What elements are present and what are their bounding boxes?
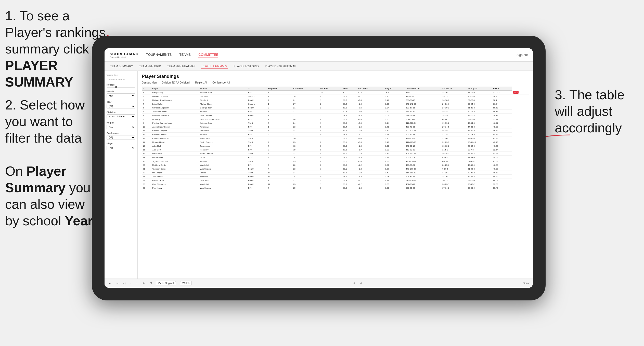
- table-cell: 1: [267, 110, 292, 114]
- sidebar: Update time: 27/03/2024 16:56:26 No Rds.…: [105, 71, 138, 279]
- table-row[interactable]: 8Mats EgeEast Tennessee StateFifth124268…: [142, 117, 529, 121]
- sign-out-link[interactable]: Sign out: [517, 53, 528, 57]
- table-cell: Washington: [199, 186, 247, 190]
- nav-teams[interactable]: TEAMS: [179, 52, 191, 58]
- table-row[interactable]: 13Phichakun MaichonTexas A&MThird630169.…: [142, 136, 529, 140]
- table-row[interactable]: 5Christo LamprechtGeorgia TechFourth2212…: [142, 106, 529, 110]
- undo-btn[interactable]: ↩: [108, 281, 113, 285]
- division-select[interactable]: NCAA Division I: [107, 114, 135, 119]
- table-cell: 58.18: [492, 110, 512, 114]
- download-btn[interactable]: ⬇: [352, 281, 357, 285]
- table-row[interactable]: 10Jacob Skov OlesenArkansasFifth123068.4…: [142, 125, 529, 129]
- table-row[interactable]: 23Jack LundinMissouriFourth1124068.6-2.3…: [142, 175, 529, 178]
- sub-nav-team-h2h-grid[interactable]: TEAM H2H GRID: [139, 64, 162, 69]
- table-cell: 406-172-16: [405, 152, 441, 156]
- filter-gender: Gender: Men: [142, 81, 157, 84]
- table-cell: 46.77: [492, 121, 512, 125]
- table-row[interactable]: 18Luke PowellUCLAFirst424069.1-1.81.1350…: [142, 156, 529, 159]
- table-row[interactable]: 2Michael La SassoOle MissSecond118067.1-…: [142, 94, 529, 98]
- no-rds-slider[interactable]: [107, 87, 135, 88]
- table-cell: 1: [267, 178, 292, 182]
- table-row[interactable]: 21Taehoon SongWashingtonFourth423169.1-1…: [142, 167, 529, 171]
- table-row[interactable]: 7Nicholas GabrelcikNorth FloridaFourth12…: [142, 114, 529, 117]
- table-cell: 78.1: [492, 98, 512, 102]
- table-cell: 1: [319, 136, 342, 140]
- table-row[interactable]: 15Jake HallTennesseeFifth718068.5-1.51.6…: [142, 144, 529, 148]
- table-cell: -2.3: [357, 175, 384, 178]
- gender-select[interactable]: Men: [107, 93, 135, 98]
- table-cell: 674-33-12: [405, 110, 441, 114]
- table-cell: 1: [342, 91, 357, 94]
- table-cell: -1.1: [357, 133, 384, 136]
- table-cell: 2: [267, 106, 292, 110]
- table-cell: UCLA: [199, 156, 247, 159]
- table-row[interactable]: 3Michael ThorbjornsenStanfordFourth28168…: [142, 98, 529, 102]
- table-row[interactable]: 25Cole SherwoodVanderbiltFourth1223169.3…: [142, 182, 529, 186]
- table-row[interactable]: 22Ian GilliganFloridaThird1024168.7-0.81…: [142, 171, 529, 175]
- player-select[interactable]: (All): [107, 146, 135, 150]
- region-select[interactable]: N/A: [107, 125, 135, 129]
- table-cell: -1.5: [357, 144, 384, 148]
- nav-prev[interactable]: ‹: [129, 281, 133, 285]
- table-cell: East Tennessee State: [199, 117, 247, 121]
- table-cell: 0: [319, 125, 342, 129]
- view-button[interactable]: View: Original: [156, 281, 176, 285]
- redo-btn[interactable]: ↪: [115, 281, 120, 285]
- share-button[interactable]: Share: [523, 282, 530, 285]
- table-cell: 69.0: [342, 121, 357, 125]
- table-row[interactable]: 14Maxwell FordNorth CarolinaThird723069.…: [142, 140, 529, 144]
- table-row[interactable]: 6Jackson KoivunAuburnFirst127167.3-2.02.…: [142, 110, 529, 114]
- table-area: Player Standings Gender: Men Division: N…: [138, 71, 533, 279]
- table-cell: 26-32-2: [467, 144, 492, 148]
- nav-committee[interactable]: COMMITTEE: [198, 52, 218, 58]
- table-cell: 4: [267, 152, 292, 156]
- table-cell: 473-177-57: [405, 167, 441, 171]
- table-cell: 0.74: [384, 178, 405, 182]
- table-row[interactable]: 9Preston SummerhaysArizona StateThird324…: [142, 121, 529, 125]
- link-btn[interactable]: ⊕: [141, 281, 146, 285]
- table-row[interactable]: 19Tiger ChristensenArizonaThird523269.2-…: [142, 159, 529, 163]
- table-cell: Fifth: [247, 148, 267, 152]
- table-cell: -1.8: [357, 156, 384, 159]
- table-row[interactable]: 20Matthew RiedelVanderbiltFifth522068.8-…: [142, 163, 529, 167]
- division-control: Division NCAA Division I: [107, 111, 135, 119]
- clock-btn[interactable]: ⏱: [148, 281, 154, 285]
- table-cell: 0: [319, 133, 342, 136]
- col-overall-record: Overall Record: [405, 87, 441, 91]
- table-row[interactable]: 1Wenyi DingArizona StateFirst1115167.1-3…: [142, 91, 529, 94]
- table-row[interactable]: 26Petr HrubyWashingtonFifth725068.6-1.61…: [142, 186, 529, 190]
- sub-nav-team-h2h-heatmap[interactable]: TEAM H2H HEATMAP: [167, 64, 196, 69]
- table-row[interactable]: 16Alex GoffKentuckyFifth819068.3-1.71.92…: [142, 148, 529, 152]
- table-cell: Nicholas Gabrelcik: [151, 114, 199, 117]
- watch-button[interactable]: Watch: [180, 281, 192, 285]
- table-cell: 1: [319, 121, 342, 125]
- table-cell: 24: [292, 117, 319, 121]
- table-cell: 1: [319, 167, 342, 171]
- table-row[interactable]: 4Luke ClatonFlorida StateSecond127268.2-…: [142, 102, 529, 106]
- table-row[interactable]: 12Brendan ValdesAuburnFifth537068.4-1.11…: [142, 133, 529, 136]
- slider-handle[interactable]: [115, 86, 117, 88]
- table-cell: 2: [319, 106, 342, 110]
- table-cell: 67.3: [342, 110, 357, 114]
- table-row[interactable]: 24Bastien AmatNew MexicoFourth127269.4-1…: [142, 178, 529, 182]
- table-row[interactable]: 11Gordon SargentVanderbiltThird421068.7-…: [142, 129, 529, 133]
- year-select[interactable]: (All): [107, 104, 135, 108]
- sub-nav-player-summary[interactable]: PLAYER SUMMARY: [201, 63, 228, 69]
- back-btn[interactable]: ◁: [122, 281, 127, 285]
- nav-tournaments[interactable]: TOURNAMENTS: [146, 52, 172, 58]
- table-cell: 1: [267, 102, 292, 106]
- filters-row: Gender: Men Division: NCAA Division I Re…: [142, 81, 529, 84]
- table-cell: 23: [292, 159, 319, 163]
- table-cell: 24: [142, 178, 151, 182]
- table-row[interactable]: 17David FordNorth CarolinaThird421069.0-…: [142, 152, 529, 156]
- sub-nav-player-h2h-heatmap[interactable]: PLAYER H2H HEATMAP: [264, 64, 297, 69]
- table-cell: 11-5-3: [441, 148, 467, 152]
- print-btn[interactable]: ⎙: [359, 281, 363, 285]
- sub-nav-player-h2h-grid[interactable]: PLAYER H2H GRID: [233, 64, 259, 69]
- sub-nav-team-summary[interactable]: TEAM SUMMARY: [110, 64, 134, 69]
- table-cell: 37: [292, 133, 319, 136]
- table-cell: 509-82-21: [405, 175, 441, 178]
- table-cell: Third: [247, 171, 267, 175]
- nav-next[interactable]: ›: [135, 281, 139, 285]
- conference-select[interactable]: (All): [107, 135, 135, 140]
